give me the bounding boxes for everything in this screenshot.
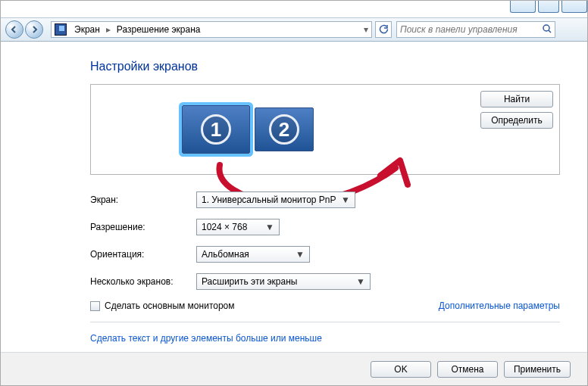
search-icon[interactable] bbox=[540, 23, 555, 36]
display-value: 1. Универсальный монитор PnP bbox=[202, 195, 336, 205]
arrow-left-icon bbox=[10, 25, 19, 34]
orientation-label: Ориентация: bbox=[90, 249, 196, 260]
ok-button[interactable]: OK bbox=[371, 361, 431, 378]
chevron-down-icon: ▼ bbox=[264, 221, 276, 233]
window-controls bbox=[508, 1, 587, 13]
resolution-combo[interactable]: 1024 × 768 ▼ bbox=[196, 219, 280, 235]
monitor-arrangement-box[interactable]: 1 2 Найти Определить bbox=[90, 84, 560, 175]
monitor-2[interactable]: 2 bbox=[255, 107, 314, 151]
back-button[interactable] bbox=[5, 20, 23, 39]
chevron-down-icon: ▼ bbox=[294, 248, 306, 260]
identify-button[interactable]: Определить bbox=[480, 112, 553, 129]
search-box[interactable] bbox=[396, 21, 555, 38]
apply-button[interactable]: Применить bbox=[504, 361, 571, 378]
cancel-button[interactable]: Отмена bbox=[437, 361, 498, 378]
display-combo[interactable]: 1. Универсальный монитор PnP ▼ bbox=[196, 191, 355, 208]
multi-display-value: Расширить эти экраны bbox=[202, 276, 297, 287]
maximize-button[interactable] bbox=[538, 1, 559, 13]
chevron-down-icon: ▼ bbox=[339, 194, 352, 206]
breadcrumb[interactable]: Экран ▸ Разрешение экрана ▾ bbox=[51, 21, 372, 38]
chevron-right-icon: ▸ bbox=[105, 24, 112, 35]
arrow-right-icon bbox=[30, 25, 39, 34]
multi-display-label: Несколько экранов: bbox=[90, 276, 196, 287]
separator bbox=[90, 322, 560, 322]
breadcrumb-current[interactable]: Разрешение экрана bbox=[112, 24, 205, 35]
chevron-down-icon[interactable]: ▾ bbox=[361, 24, 371, 35]
chevron-down-icon: ▼ bbox=[355, 275, 367, 288]
refresh-icon bbox=[378, 24, 389, 35]
main-monitor-label: Сделать основным монитором bbox=[105, 300, 235, 311]
forward-button[interactable] bbox=[25, 20, 43, 39]
display-icon bbox=[55, 23, 67, 36]
refresh-button[interactable] bbox=[375, 21, 392, 38]
display-label: Экран: bbox=[90, 195, 196, 205]
minimize-button[interactable] bbox=[510, 1, 536, 13]
advanced-settings-link[interactable]: Дополнительные параметры bbox=[439, 300, 560, 311]
explorer-navbar: Экран ▸ Разрешение экрана ▾ bbox=[1, 17, 587, 42]
orientation-value: Альбомная bbox=[202, 249, 249, 260]
find-button[interactable]: Найти bbox=[480, 91, 553, 107]
content-area: Настройки экранов 1 2 Найти Определить Э… bbox=[1, 43, 587, 352]
text-size-link[interactable]: Сделать текст и другие элементы больше и… bbox=[90, 333, 322, 344]
multi-display-combo[interactable]: Расширить эти экраны ▼ bbox=[196, 273, 371, 290]
search-input[interactable] bbox=[397, 24, 540, 35]
resolution-value: 1024 × 768 bbox=[202, 222, 247, 232]
dialog-footer: OK Отмена Применить bbox=[1, 352, 587, 385]
main-monitor-checkbox[interactable] bbox=[90, 301, 100, 311]
close-button[interactable] bbox=[561, 1, 587, 13]
monitor-1-number: 1 bbox=[201, 114, 231, 145]
resolution-label: Разрешение: bbox=[90, 222, 196, 232]
breadcrumb-root[interactable]: Экран bbox=[70, 24, 105, 35]
page-title: Настройки экранов bbox=[90, 60, 560, 73]
monitor-1[interactable]: 1 bbox=[182, 105, 250, 154]
monitor-2-number: 2 bbox=[269, 114, 299, 145]
orientation-combo[interactable]: Альбомная ▼ bbox=[196, 246, 310, 263]
svg-point-0 bbox=[543, 25, 549, 31]
